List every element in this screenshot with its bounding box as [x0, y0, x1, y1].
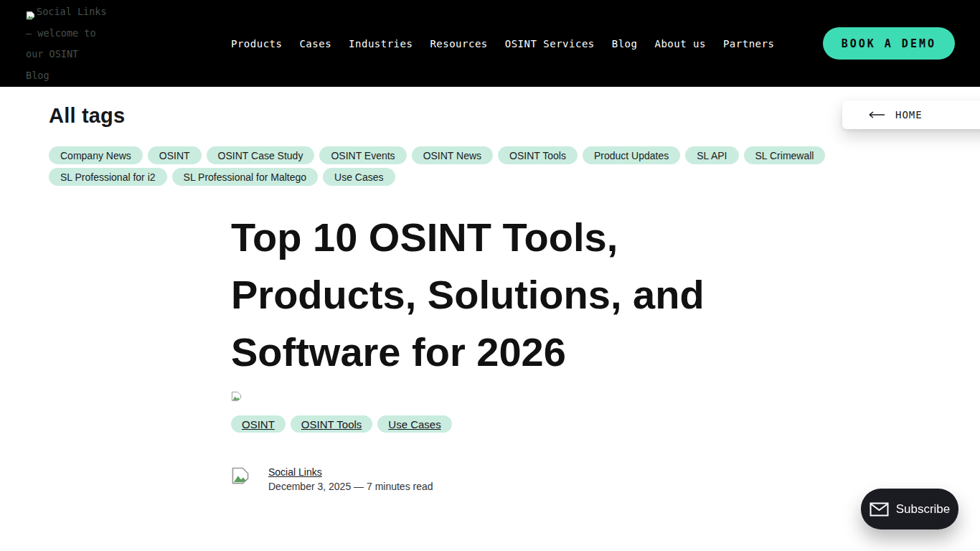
article-date-read-time: December 3, 2025 — 7 minutes read [268, 481, 433, 492]
logo-link[interactable]: Social Links – welcome to our OSINT Blog [26, 1, 107, 86]
tag-osint-tools[interactable]: OSINT Tools [498, 146, 578, 164]
nav-item-osint-services[interactable]: OSINT Services [505, 38, 595, 50]
tag-company-news[interactable]: Company News [49, 146, 143, 164]
article-tag-list: OSINT OSINT Tools Use Cases [231, 415, 749, 433]
tag-sl-api[interactable]: SL API [685, 146, 738, 164]
author-avatar-broken-image-icon[interactable] [231, 466, 254, 488]
top-navbar: Social Links – welcome to our OSINT Blog… [0, 0, 980, 87]
arrow-left-icon [868, 111, 885, 118]
tag-sl-professional-maltego[interactable]: SL Professional for Maltego [172, 168, 318, 186]
home-button-label: HOME [895, 109, 923, 121]
tag-sl-crimewall[interactable]: SL Crimewall [744, 146, 826, 164]
nav-item-industries[interactable]: Industries [349, 38, 413, 50]
tag-osint[interactable]: OSINT [148, 146, 202, 164]
nav-item-blog[interactable]: Blog [612, 38, 638, 50]
tag-osint-case-study[interactable]: OSINT Case Study [207, 146, 315, 164]
subscribe-button[interactable]: Subscribe [861, 489, 958, 529]
nav-item-products[interactable]: Products [231, 38, 282, 50]
article-tag-osint-tools[interactable]: OSINT Tools [291, 415, 372, 433]
main-nav: Products Cases Industries Resources OSIN… [231, 38, 774, 50]
hero-broken-image-icon [231, 391, 749, 404]
book-a-demo-button[interactable]: BOOK A DEMO [823, 27, 955, 60]
article-preview: Top 10 OSINT Tools, Products, Solutions,… [231, 209, 749, 492]
nav-item-resources[interactable]: Resources [430, 38, 487, 50]
nav-item-partners[interactable]: Partners [723, 38, 774, 50]
tag-osint-events[interactable]: OSINT Events [319, 146, 406, 164]
tag-osint-news[interactable]: OSINT News [412, 146, 493, 164]
author-name-link[interactable]: Social Links [268, 466, 433, 478]
tag-product-updates[interactable]: Product Updates [583, 146, 680, 164]
logo-alt-text: Social Links – welcome to our OSINT Blog [26, 6, 107, 81]
author-block: Social Links December 3, 2025 — 7 minute… [231, 466, 749, 492]
tag-filter-list: Company News OSINT OSINT Case Study OSIN… [49, 146, 881, 186]
article-title[interactable]: Top 10 OSINT Tools, Products, Solutions,… [231, 209, 733, 381]
nav-item-about-us[interactable]: About us [654, 38, 705, 50]
article-tag-use-cases[interactable]: Use Cases [377, 415, 451, 433]
article-tag-osint[interactable]: OSINT [231, 415, 286, 433]
tag-sl-professional-i2[interactable]: SL Professional for i2 [49, 168, 167, 186]
home-button[interactable]: HOME [842, 100, 980, 129]
author-info: Social Links December 3, 2025 — 7 minute… [268, 466, 433, 492]
envelope-icon [870, 502, 889, 517]
subscribe-label: Subscribe [896, 502, 951, 517]
all-tags-section: All tags [49, 104, 931, 128]
tag-use-cases[interactable]: Use Cases [323, 168, 395, 186]
broken-image-icon [26, 6, 35, 28]
nav-item-cases[interactable]: Cases [299, 38, 331, 50]
page-title: All tags [49, 104, 931, 128]
